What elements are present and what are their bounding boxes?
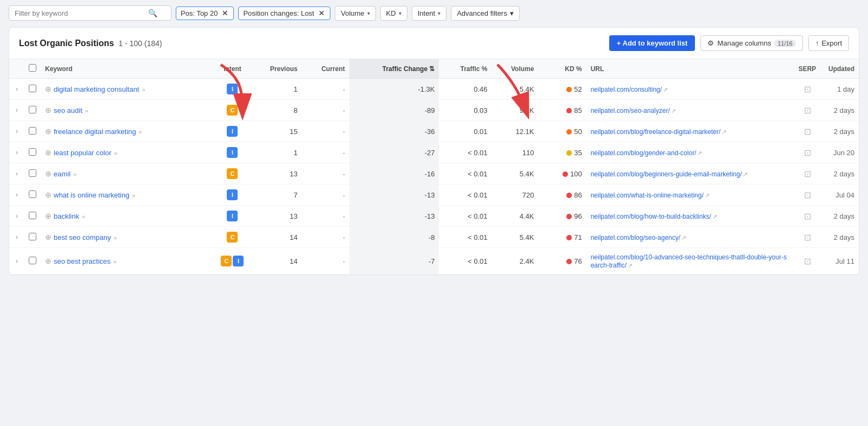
plus-circle-icon: ⊕ [45, 148, 52, 157]
url-cell: neilpatel.com/blog/10-advanced-seo-techn… [586, 248, 794, 275]
col-current[interactable]: Current [302, 59, 349, 79]
url-link[interactable]: neilpatel.com/consulting/ [591, 86, 662, 93]
expand-row-button[interactable]: › [14, 126, 20, 136]
col-intent[interactable]: Intent [216, 59, 248, 79]
keyword-link[interactable]: what is online marketing [54, 191, 129, 199]
keyword-link[interactable]: digital marketing consultant [54, 85, 139, 93]
expand-row-button[interactable]: › [14, 105, 20, 115]
kd-dot [566, 150, 572, 156]
expand-row-button[interactable]: › [14, 256, 20, 266]
keyword-search-box[interactable]: 🔍 [9, 5, 171, 21]
url-link[interactable]: neilpatel.com/blog/seo-agency/ [591, 234, 680, 241]
url-link[interactable]: neilpatel.com/blog/freelance-digital-mar… [591, 128, 720, 136]
col-traffic-pct[interactable]: Traffic % [439, 59, 492, 79]
updated-cell: 1 day [821, 79, 859, 100]
position-changes-chip-close[interactable]: ✕ [317, 9, 326, 17]
serp-cell[interactable]: ⊡ [794, 79, 821, 100]
row-checkbox[interactable] [29, 106, 36, 113]
row-checkbox[interactable] [29, 148, 36, 156]
serp-icon: ⊡ [804, 233, 811, 242]
col-updated: Updated [821, 59, 859, 79]
url-cell: neilpatel.com/blog/seo-agency/↗ [586, 227, 794, 248]
url-link[interactable]: neilpatel.com/what-is-online-marketing/ [591, 192, 704, 199]
updated-cell: 2 days [821, 121, 859, 142]
traffic-pct-cell: < 0.01 [439, 227, 492, 248]
serp-cell[interactable]: ⊡ [794, 142, 821, 163]
search-input[interactable] [15, 9, 145, 17]
intent-chevron-icon: ▾ [438, 10, 441, 16]
export-button[interactable]: ↑ Export [808, 35, 849, 51]
position-changes-filter-chip[interactable]: Position changes: Lost ✕ [238, 7, 330, 20]
keyword-link[interactable]: freelance digital marketing [54, 128, 136, 136]
keyword-link[interactable]: seo best practices [54, 257, 111, 265]
expand-row-button[interactable]: › [14, 211, 20, 221]
keyword-link[interactable]: least popular color [54, 149, 111, 157]
search-icon: 🔍 [148, 9, 157, 17]
serp-cell[interactable]: ⊡ [794, 163, 821, 185]
volume-dropdown[interactable]: Volume ▾ [335, 6, 375, 21]
serp-cell[interactable]: ⊡ [794, 100, 821, 121]
serp-cell[interactable]: ⊡ [794, 206, 821, 227]
add-to-keyword-list-button[interactable]: + Add to keyword list [609, 35, 695, 51]
row-checkbox[interactable] [29, 169, 36, 177]
row-checkbox[interactable] [29, 85, 36, 92]
previous-cell: 13 [248, 163, 302, 185]
url-cell: neilpatel.com/blog/freelance-digital-mar… [586, 121, 794, 142]
row-checkbox[interactable] [29, 212, 36, 219]
serp-cell[interactable]: ⊡ [794, 248, 821, 275]
table-row: ›⊕least popular color »I1·-27< 0.0111035… [9, 142, 859, 163]
expand-row-button[interactable]: › [14, 232, 20, 242]
kd-cell: 85 [538, 100, 586, 121]
row-checkbox[interactable] [29, 190, 36, 198]
col-previous[interactable]: Previous [248, 59, 302, 79]
keyword-cell: ⊕eamil » [41, 163, 216, 185]
col-traffic-change[interactable]: Traffic Change ⇅ [349, 59, 439, 79]
serp-cell[interactable]: ⊡ [794, 185, 821, 206]
serp-cell[interactable]: ⊡ [794, 227, 821, 248]
external-link-icon: ↗ [628, 262, 633, 269]
select-all-checkbox[interactable] [29, 64, 36, 72]
updated-cell: 2 days [821, 227, 859, 248]
keyword-link[interactable]: seo audit [54, 106, 82, 115]
pos-chip-close[interactable]: ✕ [221, 9, 229, 17]
url-link[interactable]: neilpatel.com/seo-analyzer/ [591, 107, 670, 115]
expand-row-button[interactable]: › [14, 169, 20, 179]
manage-columns-button[interactable]: ⚙ Manage columns 11/16 [700, 35, 803, 51]
current-cell: · [302, 142, 349, 163]
expand-row-button[interactable]: › [14, 148, 20, 157]
keyword-link[interactable]: eamil [54, 170, 71, 178]
col-expand [9, 59, 24, 79]
col-keyword[interactable]: Keyword [41, 59, 216, 79]
keyword-link[interactable]: backlink [54, 212, 79, 220]
row-checkbox[interactable] [29, 257, 36, 264]
current-cell: · [302, 185, 349, 206]
expand-row-button[interactable]: › [14, 190, 20, 200]
intent-badge-i: I [227, 126, 238, 137]
url-link[interactable]: neilpatel.com/blog/gender-and-color/ [591, 149, 697, 157]
url-link[interactable]: neilpatel.com/blog/10-advanced-seo-techn… [591, 253, 787, 269]
keyword-link[interactable]: best seo company [54, 233, 111, 241]
col-kd[interactable]: KD % [538, 59, 586, 79]
expand-row-button[interactable]: › [14, 84, 20, 94]
row-checkbox[interactable] [29, 233, 36, 240]
row-checkbox[interactable] [29, 127, 36, 135]
col-url: URL [586, 59, 794, 79]
kd-dropdown[interactable]: KD ▾ [380, 6, 407, 21]
volume-cell: 2.4K [492, 248, 539, 275]
search-button[interactable]: 🔍 [148, 9, 157, 17]
intent-dropdown[interactable]: Intent ▾ [412, 6, 447, 21]
current-cell: · [302, 100, 349, 121]
url-link[interactable]: neilpatel.com/blog/how-to-build-backlink… [591, 213, 711, 220]
intent-cell: I [216, 79, 248, 100]
traffic-change-cell: -89 [349, 100, 439, 121]
traffic-change-cell: -13 [349, 206, 439, 227]
pos-filter-chip[interactable]: Pos: Top 20 ✕ [176, 7, 234, 20]
volume-cell: 9.9K [492, 100, 539, 121]
col-volume[interactable]: Volume [492, 59, 539, 79]
advanced-filters-button[interactable]: Advanced filters ▾ [451, 6, 520, 21]
external-link-icon: ↗ [681, 234, 686, 241]
intent-cell: CI [216, 248, 248, 275]
serp-cell[interactable]: ⊡ [794, 121, 821, 142]
url-link[interactable]: neilpatel.com/blog/beginners-guide-email… [591, 170, 742, 178]
col-checkbox [24, 59, 41, 79]
